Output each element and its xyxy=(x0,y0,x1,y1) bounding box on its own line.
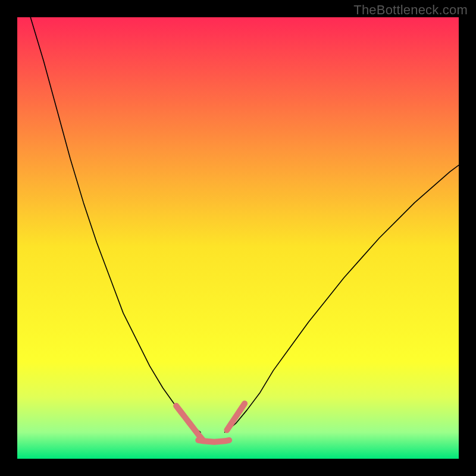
chart-canvas xyxy=(17,17,459,459)
chart-frame: TheBottleneck.com xyxy=(0,0,476,476)
watermark-text: TheBottleneck.com xyxy=(353,2,468,18)
